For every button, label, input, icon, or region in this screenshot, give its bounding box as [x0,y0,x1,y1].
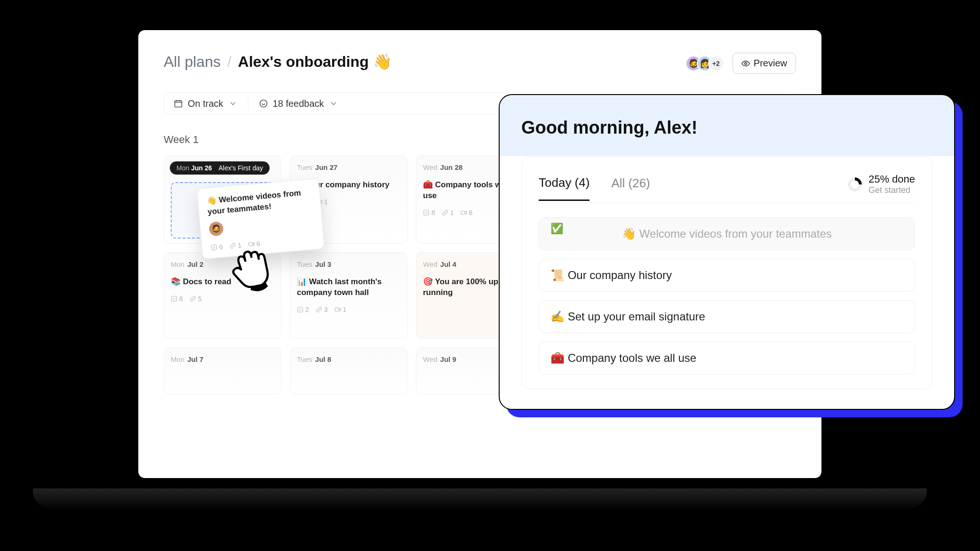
breadcrumb-separator: / [227,53,231,71]
preview-label: Preview [754,58,787,69]
day-column[interactable]: Tues Jul 3 📊 Watch last month's company … [290,252,407,339]
calendar-icon [174,99,183,108]
dragging-task-card[interactable]: 👋 Welcome videos from your teammates! 🧔 … [197,178,325,259]
status-dropdown[interactable]: On track [174,98,238,109]
eye-icon [741,59,750,68]
welcome-overlay: Good morning, Alex! Today (4) All (26) 2… [499,94,955,410]
svg-rect-9 [335,308,339,311]
video-icon [335,306,341,313]
separator [248,97,248,110]
dow: Tues [297,355,312,363]
progress-ring-icon [848,177,862,192]
task-item[interactable]: 🧰 Company tools we all use [539,342,915,375]
dow: Mon [176,164,189,172]
stat-videos: 6 [256,240,260,248]
feedback-dropdown[interactable]: 18 feedback [259,98,338,109]
task-item-label: 👋 Welcome videos from your teammates [622,227,832,240]
date: Jul 9 [440,355,456,363]
stat-checks: 6 [179,295,183,303]
tab-today[interactable]: Today (4) [539,176,590,201]
checklist-icon [423,209,430,216]
link-icon [190,295,196,302]
date: Jun 27 [315,163,338,171]
stat-links: 1 [238,241,242,249]
task-title: 📊 Watch last month's company town hall [297,277,400,298]
stat-checks: 8 [431,209,435,216]
task-title: 👋 Welcome videos from your teammates! [206,187,312,218]
dow: Wed [423,163,438,171]
date: Jun 26 [191,164,212,172]
date: Jul 2 [187,260,203,268]
task-item[interactable]: ✅ 👋 Welcome videos from your teammates [539,217,915,250]
breadcrumb-root[interactable]: All plans [164,53,221,71]
task-card[interactable]: 📚 Docs to read 6 5 [171,277,274,303]
day-header: Tues Jun 27 [297,163,400,171]
dow: Mon [171,355,184,363]
task-item[interactable]: 📜 Our company history [539,259,915,292]
link-icon [229,242,236,249]
chevron-down-icon [329,99,338,108]
svg-rect-5 [424,210,429,216]
svg-rect-11 [248,242,253,246]
link-icon [442,209,448,216]
status-label: On track [188,98,223,109]
checklist-icon [171,295,177,302]
task-title: 📚 Docs to read [171,277,274,287]
date: Jul 4 [440,260,456,268]
day-column[interactable]: Tues Jul 8 [290,347,407,394]
dow: Wed [423,260,438,268]
date: Jun 28 [440,163,463,171]
stat-links: 1 [450,209,454,216]
svg-point-0 [745,62,747,64]
collaborator-avatars[interactable]: 🧔 👩 +2 [690,56,724,72]
tab-all[interactable]: All (26) [611,176,650,200]
dow: Tues [297,163,312,171]
assignee-avatar: 🧔 [208,221,224,237]
check-icon: ✅ [550,223,563,235]
task-item-label: ✍️ Set up your email signature [550,310,705,323]
day-column[interactable]: Mon Jul 7 [164,347,281,394]
date: Jul 7 [187,355,203,363]
chevron-down-icon [228,99,238,108]
task-stats: 6 5 [171,295,274,303]
comment-icon [259,99,268,108]
stat-links: 3 [324,306,328,313]
day-pill: Mon Jun 26 Alex's First day [170,161,270,175]
stat-videos: 1 [324,198,328,206]
link-icon [316,306,322,313]
task-item[interactable]: ✍️ Set up your email signature [539,300,915,333]
dow: Wed [423,355,438,363]
checklist-icon [297,306,303,313]
progress-subtitle: Get started [868,185,915,195]
stat-checks: 6 [219,243,223,251]
breadcrumb-current: Alex's onboarding 👋 [238,53,392,71]
day-column[interactable]: Mon Jul 2 📚 Docs to read 6 5 [164,252,281,339]
task-item-label: 🧰 Company tools we all use [550,351,696,365]
dow: Mon [171,260,184,268]
task-stats: 6 1 6 [210,235,315,251]
svg-rect-7 [172,296,177,302]
tasks-panel: Today (4) All (26) 25% done Get started … [521,157,932,389]
svg-rect-1 [175,101,182,107]
laptop-base [33,488,927,511]
task-card[interactable]: 📊 Watch last month's company town hall 2… [297,277,400,313]
preview-button[interactable]: Preview [733,53,796,74]
svg-rect-10 [211,245,216,250]
progress-percent: 25% done [868,173,915,185]
day-header: Tues Jul 3 [297,260,400,268]
task-list: ✅ 👋 Welcome videos from your teammates 📜… [539,217,915,375]
stat-links: 5 [198,295,202,303]
task-stats: 2 3 1 [297,306,400,313]
task-item-label: 📜 Our company history [550,269,672,282]
progress: 25% done Get started [848,173,915,203]
dow: Tues [297,260,312,268]
feedback-label: 18 feedback [273,98,324,109]
greeting: Good morning, Alex! [521,118,932,138]
avatar-more[interactable]: +2 [708,56,724,72]
svg-rect-6 [461,211,465,214]
stat-videos: 6 [469,209,473,216]
day-header: Mon Jul 2 [171,260,274,268]
checklist-icon [210,244,217,251]
stat-checks: 2 [305,306,309,313]
day-header: Mon Jul 7 [171,355,274,363]
